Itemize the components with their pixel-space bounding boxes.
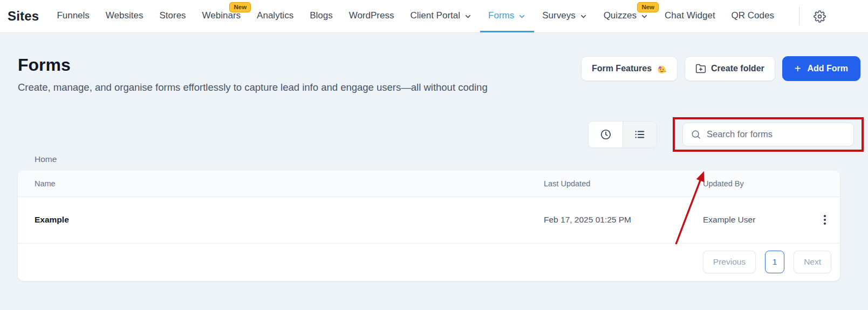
form-features-button[interactable]: Form Features	[581, 56, 678, 81]
row-last-updated-cell: Feb 17, 2025 01:25 PM	[526, 215, 685, 225]
header-name: Name	[18, 179, 526, 188]
list-view-button[interactable]	[623, 122, 657, 147]
header-last-updated: Last Updated	[526, 179, 685, 188]
header-actions: Form Features Create folder + Add Form	[581, 56, 860, 81]
view-toggle-group	[588, 121, 657, 148]
nav-items: Funnels Websites Stores Webinars New Ana…	[49, 0, 782, 32]
row-updated-by-cell: Example User	[685, 215, 795, 225]
party-face-emoji	[657, 64, 667, 74]
top-navigation-bar: Sites Funnels Websites Stores Webinars N…	[0, 0, 868, 33]
header-updated-by: Updated By	[685, 179, 795, 188]
search-icon	[691, 129, 701, 140]
nav-item-quizzes[interactable]: Quizzes New	[596, 0, 657, 32]
new-badge: New	[637, 2, 659, 12]
forms-table-card: Name Last Updated Updated By Example Feb…	[18, 171, 840, 281]
chevron-down-icon	[518, 12, 526, 21]
chevron-down-icon	[464, 12, 472, 21]
page-title-block: Forms Create, manage, and organise forms…	[18, 55, 488, 96]
nav-item-forms[interactable]: Forms	[480, 0, 534, 32]
nav-item-client-portal[interactable]: Client Portal	[402, 0, 480, 32]
add-form-button[interactable]: + Add Form	[782, 56, 860, 81]
folder-plus-icon	[695, 63, 706, 74]
previous-page-button[interactable]: Previous	[703, 251, 756, 273]
breadcrumb-home[interactable]: Home	[35, 154, 57, 165]
clock-icon	[600, 129, 612, 140]
nav-item-webinars[interactable]: Webinars New	[194, 0, 249, 32]
next-page-button[interactable]: Next	[794, 251, 831, 273]
table-header-row: Name Last Updated Updated By	[18, 171, 840, 197]
chevron-down-icon	[579, 12, 587, 21]
nav-item-stores[interactable]: Stores	[151, 0, 194, 32]
nav-item-blogs[interactable]: Blogs	[302, 0, 341, 32]
nav-item-surveys[interactable]: Surveys	[534, 0, 595, 32]
brand-sites: Sites	[8, 0, 39, 32]
nav-item-analytics[interactable]: Analytics	[249, 0, 302, 32]
annotation-highlight-box	[673, 117, 864, 152]
nav-item-wordpress[interactable]: WordPress	[341, 0, 402, 32]
recent-view-button[interactable]	[589, 122, 623, 147]
page-title: Forms	[18, 55, 488, 75]
create-folder-button[interactable]: Create folder	[685, 56, 775, 81]
page-number-button[interactable]: 1	[765, 251, 784, 273]
chevron-down-icon	[640, 12, 648, 21]
table-row[interactable]: Example Feb 17, 2025 01:25 PM Example Us…	[18, 197, 840, 244]
search-input[interactable]	[707, 129, 846, 139]
nav-divider	[799, 7, 799, 25]
kebab-menu-icon[interactable]	[819, 212, 830, 227]
new-badge: New	[229, 2, 251, 12]
gear-icon[interactable]	[814, 10, 826, 23]
page-header: Forms Create, manage, and organise forms…	[0, 33, 868, 96]
search-box[interactable]	[682, 123, 854, 146]
nav-item-funnels[interactable]: Funnels	[49, 0, 97, 32]
pagination: Previous 1 Next	[18, 244, 840, 281]
plus-icon: +	[795, 63, 801, 74]
row-name-cell[interactable]: Example	[18, 215, 526, 225]
list-toolbar	[0, 117, 864, 152]
nav-item-websites[interactable]: Websites	[98, 0, 152, 32]
nav-item-qr-codes[interactable]: QR Codes	[723, 0, 782, 32]
nav-right-section	[799, 0, 868, 32]
list-view-icon	[634, 129, 646, 140]
nav-item-chat-widget[interactable]: Chat Widget	[657, 0, 723, 32]
page-subtitle: Create, manage, and organise forms effor…	[18, 80, 488, 96]
